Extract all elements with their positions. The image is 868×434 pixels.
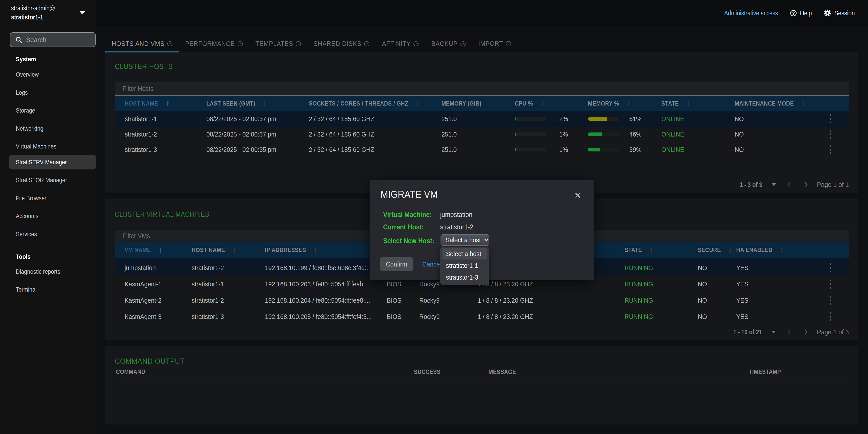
usage-bar-cell: 1%	[515, 130, 588, 138]
tab-help-icon[interactable]: ?	[413, 41, 418, 46]
vms-next-page-icon[interactable]	[804, 329, 808, 335]
vms-pagination-range[interactable]: 1 - 10 of 21	[733, 329, 758, 336]
vm-secure-cell: NO	[698, 261, 736, 272]
tab-performance[interactable]: PERFORMANCE ?	[179, 26, 249, 52]
column-header-state[interactable]: STATE	[625, 247, 698, 254]
tab-help-icon[interactable]: ?	[167, 41, 173, 46]
vm-name-cell: KasmAgent-1	[115, 277, 192, 288]
vm-host-cell: stratistor1-1	[192, 277, 265, 288]
vms-prev-page-icon[interactable]	[787, 329, 791, 335]
column-header-memory-[interactable]: MEMORY %	[588, 100, 661, 107]
modal-close-icon[interactable]	[575, 193, 580, 198]
column-header-maintenance-mode[interactable]: MAINTENANCE MODE	[735, 100, 815, 107]
vm-ips-cell: 192.168.100.204 / fe80::5054:ff:fee8:...	[265, 293, 387, 304]
row-actions-kebab-icon[interactable]	[830, 280, 831, 289]
vms-table-row[interactable]: KasmAgent-3stratistor1-3192.168.100.205 …	[115, 307, 849, 323]
vm-host-cell: stratistor1-3	[192, 310, 265, 320]
tab-help-icon[interactable]: ?	[506, 41, 511, 46]
sidebar-item-file-browser[interactable]: File Browser	[0, 192, 96, 205]
session-menu[interactable]: Session	[824, 9, 855, 17]
vms-table-row[interactable]: KasmAgent-2stratistor1-2192.168.100.204 …	[115, 291, 849, 307]
cluster-hosts-heading: CLUSTER HOSTS	[115, 62, 173, 71]
hosts-pagination-range[interactable]: 1 - 3 of 3	[740, 181, 759, 188]
modal-host-row: Current Host: stratistor1-2	[383, 223, 424, 231]
sidebar-item-diagnostic-reports[interactable]: Diagnostic reports	[0, 266, 96, 278]
column-header-label: VM NAME	[125, 247, 148, 254]
select-host-dropdown[interactable]: Select a host	[440, 235, 489, 246]
user-menu[interactable]: stratistor-admin@ stratistor1-1	[11, 4, 55, 22]
hosts-table-row[interactable]: stratistor1-108/22/2025 - 02:00:37 pm2 /…	[115, 111, 849, 127]
tab-import[interactable]: IMPORT ?	[472, 26, 518, 52]
command-output-card: COMMAND OUTPUT COMMANDSUCCESSMESSAGETIME…	[105, 346, 858, 425]
command-column-timestamp: TIMESTAMP	[749, 368, 849, 375]
sort-both-icon	[802, 101, 805, 106]
command-column-command: COMMAND	[116, 368, 414, 375]
tab-shared-disks[interactable]: SHARED DISKS ?	[307, 26, 376, 52]
column-header-cpu-[interactable]: CPU %	[515, 100, 588, 107]
usage-bar-fill	[515, 132, 516, 136]
administrative-access-link[interactable]: Administrative access	[724, 9, 768, 17]
tab-help-icon[interactable]: ?	[238, 41, 243, 46]
row-actions-cell	[815, 130, 849, 139]
column-header-sockets-cores-threads-ghz[interactable]: SOCKETS / CORES / THREADS / GHZ	[309, 100, 441, 107]
sidebar-item-accounts[interactable]: Accounts	[0, 210, 96, 222]
column-header-host-name[interactable]: HOST NAME	[115, 100, 206, 107]
command-output-title: COMMAND OUTPUT	[115, 357, 178, 366]
column-header-last-seen-gmt-[interactable]: LAST SEEN (GMT)	[206, 100, 309, 107]
select-host-option-stratistor1-1[interactable]: stratistor1-1	[442, 260, 487, 271]
row-actions-kebab-icon[interactable]	[830, 312, 831, 321]
column-header-host-name[interactable]: HOST NAME	[192, 247, 265, 254]
user-menu-caret-icon[interactable]	[80, 11, 85, 14]
column-header-label: HOST NAME	[125, 100, 154, 107]
hosts-table-row[interactable]: stratistor1-308/22/2025 - 02:00:35 pm2 /…	[115, 142, 849, 157]
cancel-link[interactable]: Cancel	[422, 260, 439, 268]
search-input[interactable]: Search	[10, 32, 96, 47]
help-menu[interactable]: ? Help	[790, 9, 812, 17]
vm-ha-cell: YES	[736, 293, 815, 304]
row-actions-kebab-icon[interactable]	[830, 114, 831, 123]
usage-bar-fill	[588, 117, 607, 121]
sidebar-item-services[interactable]: Services	[0, 228, 96, 241]
state-cell: ONLINE	[661, 146, 735, 153]
row-actions-kebab-icon[interactable]	[830, 264, 831, 272]
tab-help-icon[interactable]: ?	[460, 41, 466, 46]
tab-help-icon[interactable]: ?	[296, 41, 301, 46]
vms-pagination-caret-icon[interactable]	[772, 331, 776, 333]
sidebar-item-stratistor-manager[interactable]: StratiSTOR Manager	[0, 174, 96, 186]
tab-hosts-and-vms[interactable]: HOSTS AND VMS ?	[105, 26, 179, 52]
column-header-secure[interactable]: SECURE	[698, 247, 736, 254]
sidebar-item-networking[interactable]: Networking	[0, 122, 96, 135]
row-actions-kebab-icon[interactable]	[830, 145, 831, 154]
select-host-option-select-a-host[interactable]: Select a host	[442, 248, 487, 259]
column-header-vm-name[interactable]: VM NAME	[115, 247, 192, 254]
row-actions-kebab-icon[interactable]	[830, 130, 831, 139]
row-actions-kebab-icon[interactable]	[830, 296, 831, 305]
last-seen-cell: 08/22/2025 - 02:00:37 pm	[206, 115, 309, 123]
column-header-label: SECURE	[698, 247, 718, 254]
tab-help-icon[interactable]: ?	[364, 41, 369, 46]
tab-affinity[interactable]: AFFINITY ?	[376, 26, 425, 52]
hosts-prev-page-icon[interactable]	[787, 182, 791, 188]
column-header-ip-addresses[interactable]: IP ADDRESSES	[265, 247, 387, 254]
sidebar-item-stratiserv-manager[interactable]: StratiSERV Manager	[9, 155, 96, 169]
vm-cpu-cell: 1 / 8 / 8 / 23.20 GHZ	[477, 310, 625, 320]
hosts-pagination-caret-icon[interactable]	[772, 183, 776, 186]
sidebar-item-virtual-machines[interactable]: Virtual Machines	[0, 140, 96, 153]
column-header-state[interactable]: STATE	[661, 100, 735, 107]
column-header-memory-gib-[interactable]: MEMORY (GiB)	[441, 100, 515, 107]
sidebar-item-overview[interactable]: Overview	[0, 68, 96, 81]
usage-percent-label: 39%	[629, 146, 640, 153]
filter-hosts-input[interactable]: Filter Hosts	[115, 82, 849, 96]
hosts-table-row[interactable]: stratistor1-208/22/2025 - 02:00:37 pm2 /…	[115, 127, 849, 142]
sidebar-item-logs[interactable]: Logs	[0, 86, 96, 99]
sidebar-item-storage[interactable]: Storage	[0, 104, 96, 117]
last-seen-cell: 08/22/2025 - 02:00:37 pm	[206, 130, 309, 138]
sidebar-item-terminal[interactable]: Terminal	[0, 283, 96, 296]
hosts-next-page-icon[interactable]	[804, 182, 808, 188]
column-header-ha-enabled[interactable]: HA ENABLED	[736, 247, 815, 254]
tab-backup[interactable]: BACKUP ?	[425, 26, 472, 52]
modal-title: MIGRATE VM	[380, 188, 432, 200]
select-host-option-stratistor1-3[interactable]: stratistor1-3	[442, 272, 487, 283]
tab-templates[interactable]: TEMPLATES ?	[249, 26, 307, 52]
confirm-button[interactable]: Confirm	[380, 257, 413, 271]
